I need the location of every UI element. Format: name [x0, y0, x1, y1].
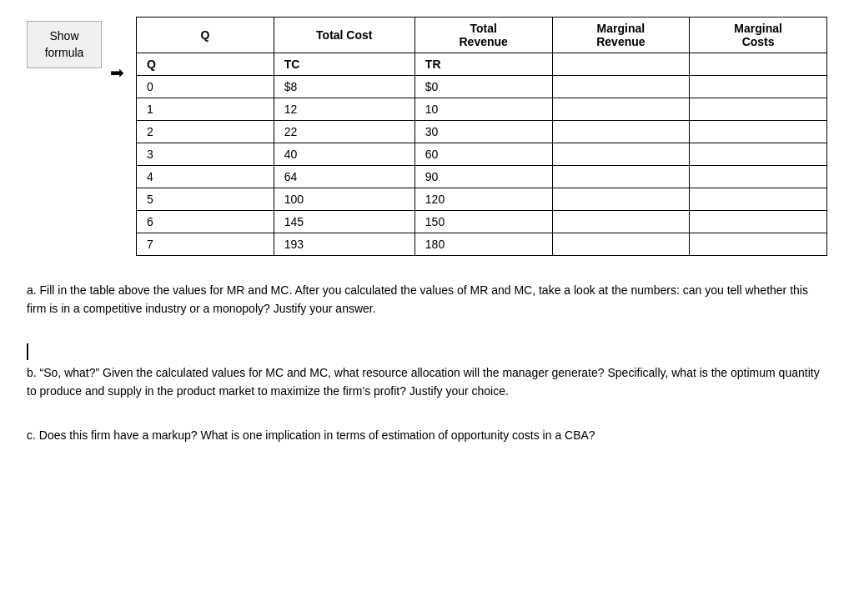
cell-mr-6[interactable] [552, 211, 690, 233]
cell-q-2: 2 [137, 121, 274, 143]
cell-q-0: 0 [137, 76, 274, 98]
table-body: 0 $8 $0 1 12 10 2 22 [137, 76, 827, 256]
subheader-mr [552, 53, 690, 76]
subheader-tr: TR [414, 53, 552, 76]
table-header-row: Q Total Cost TotalRevenue MarginalRevenu… [137, 18, 827, 53]
cell-mc-7[interactable] [690, 233, 827, 256]
cell-tc-4: 64 [274, 166, 414, 188]
cell-mr-3[interactable] [552, 143, 690, 166]
cell-tc-7: 193 [274, 233, 414, 256]
table-row: 6 145 150 [137, 211, 827, 233]
table-row: 2 22 30 [137, 121, 827, 143]
cell-mc-5[interactable] [690, 188, 827, 211]
cell-mr-2[interactable] [552, 121, 690, 143]
cell-q-1: 1 [137, 98, 274, 121]
table-row: 7 193 180 [137, 233, 827, 256]
table-subheader-row: Q TC TR [137, 53, 827, 76]
cell-q-6: 6 [137, 211, 274, 233]
question-b-block: b. “So, what?” Given the calculated valu… [27, 343, 827, 401]
cell-mr-0[interactable] [552, 76, 690, 98]
question-b-text: b. “So, what?” Given the calculated valu… [27, 363, 827, 401]
data-table-wrapper: Q Total Cost TotalRevenue MarginalRevenu… [136, 17, 827, 256]
cell-mr-7[interactable] [552, 233, 690, 256]
cell-mr-5[interactable] [552, 188, 690, 211]
col-header-q: Q [137, 18, 274, 53]
cell-tr-7: 180 [414, 233, 552, 256]
cell-tr-3: 60 [414, 143, 552, 166]
cell-tr-5: 120 [414, 188, 552, 211]
cell-mc-0[interactable] [690, 76, 827, 98]
col-header-tr: TotalRevenue [414, 18, 552, 53]
table-row: 1 12 10 [137, 98, 827, 121]
text-cursor [27, 343, 28, 360]
table-row: 3 40 60 [137, 143, 827, 166]
questions-section: a. Fill in the table above the values fo… [27, 281, 827, 444]
subheader-mc [690, 53, 827, 76]
cell-tc-5: 100 [274, 188, 414, 211]
question-c-text: c. Does this firm have a markup? What is… [27, 426, 827, 444]
cell-q-5: 5 [137, 188, 274, 211]
arrow-icon: ➡ [110, 63, 124, 83]
page-container: Showformula ➡ Q Total Cost TotalRevenue … [27, 17, 827, 444]
cell-tr-2: 30 [414, 121, 552, 143]
cell-mr-1[interactable] [552, 98, 690, 121]
top-section: Showformula ➡ Q Total Cost TotalRevenue … [27, 17, 827, 256]
col-header-mr: MarginalRevenue [552, 18, 690, 53]
cell-q-7: 7 [137, 233, 274, 256]
cell-mc-3[interactable] [690, 143, 827, 166]
cell-tc-3: 40 [274, 143, 414, 166]
show-formula-label: Showformula [45, 29, 84, 59]
cell-tr-4: 90 [414, 166, 552, 188]
cell-tc-0: $8 [274, 76, 414, 98]
cell-mc-2[interactable] [690, 121, 827, 143]
cell-mr-4[interactable] [552, 166, 690, 188]
cell-mc-4[interactable] [690, 166, 827, 188]
cell-tc-6: 145 [274, 211, 414, 233]
table-row: 0 $8 $0 [137, 76, 827, 98]
cell-tr-1: 10 [414, 98, 552, 121]
cell-tc-2: 22 [274, 121, 414, 143]
cell-tr-0: $0 [414, 76, 552, 98]
show-formula-button[interactable]: Showformula [27, 21, 102, 68]
cell-tr-6: 150 [414, 211, 552, 233]
question-a-block: a. Fill in the table above the values fo… [27, 281, 827, 318]
question-a-text: a. Fill in the table above the values fo… [27, 281, 827, 318]
cell-tc-1: 12 [274, 98, 414, 121]
table-row: 5 100 120 [137, 188, 827, 211]
table-row: 4 64 90 [137, 166, 827, 188]
economics-table: Q Total Cost TotalRevenue MarginalRevenu… [136, 17, 827, 256]
cell-mc-1[interactable] [690, 98, 827, 121]
col-header-tc: Total Cost [274, 18, 414, 53]
col-header-mc: MarginalCosts [690, 18, 827, 53]
cell-q-4: 4 [137, 166, 274, 188]
cell-q-3: 3 [137, 143, 274, 166]
arrow-indicator: ➡ [110, 63, 124, 83]
question-c-block: c. Does this firm have a markup? What is… [27, 426, 827, 444]
subheader-q: Q [137, 53, 274, 76]
cell-mc-6[interactable] [690, 211, 827, 233]
subheader-tc: TC [274, 53, 414, 76]
